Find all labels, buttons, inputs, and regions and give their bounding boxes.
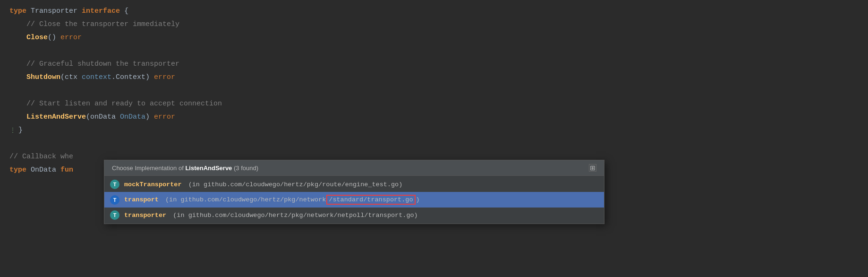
code-line-1: type Transporter interface { [0, 5, 868, 18]
popup-title: Choose Implementation of ListenAndServe … [112, 164, 258, 172]
code-line-7 [0, 84, 868, 97]
comment-shutdown: // Graceful shutdown the transporter [9, 58, 179, 71]
item-path-transport-suffix: ) [416, 196, 420, 203]
list-item[interactable]: T mockTransporter (in github.com/cloudwe… [104, 177, 604, 192]
code-line-2: // Close the transporter immediately [0, 18, 868, 31]
type-context: context [82, 71, 111, 84]
code-line-11 [0, 137, 868, 150]
item-name-transport: transport [124, 196, 159, 203]
item-icon-mock: T [110, 180, 119, 189]
list-item[interactable]: T transporter (in github.com/cloudwego/h… [104, 208, 604, 223]
implementation-popup[interactable]: Choose Implementation of ListenAndServe … [104, 160, 604, 224]
code-line-9: ListenAndServe (onData OnData ) error [0, 111, 868, 124]
return-error-1: error [60, 31, 82, 44]
comment-close: // Close the transporter immediately [9, 18, 179, 31]
item-name-mock: mockTransporter [124, 181, 182, 188]
keyword-interface: interface [82, 5, 120, 18]
popup-title-function: ListenAndServe [185, 164, 232, 172]
type-ondata: OnData [120, 111, 145, 124]
list-item[interactable]: T transport (in github.com/cloudwego/her… [104, 192, 604, 208]
popup-expand-button[interactable]: ⊞ [589, 164, 596, 172]
keyword-fun: fun [60, 164, 73, 177]
keyword-type-2: type [9, 164, 26, 177]
item-icon-transport: T [110, 195, 119, 205]
code-line-10: ⋮ } [0, 124, 868, 137]
item-path-transport-highlight: /standard/transport.go [326, 195, 415, 205]
comment-listen: // Start listen and ready to accept conn… [9, 97, 222, 111]
code-line-6: Shutdown (ctx context .Context) error [0, 71, 868, 84]
func-close: Close [26, 31, 48, 44]
identifier-transporter: Transporter [31, 5, 82, 18]
code-editor: type Transporter interface { // Close th… [0, 0, 868, 277]
item-path-transporter: (in github.com/cloudwego/hertz/pkg/netwo… [169, 212, 418, 219]
func-listenandserve: ListenAndServe [26, 111, 86, 124]
comment-callback: // Callback whe [9, 150, 73, 164]
code-line-3: Close () error [0, 31, 868, 44]
code-line-4 [0, 44, 868, 58]
code-line-8: // Start listen and ready to accept conn… [0, 97, 868, 111]
item-name-transporter: transporter [124, 212, 166, 219]
item-path-transport-prefix: (in github.com/cloudwego/hertz/pkg/netwo… [162, 196, 326, 203]
func-shutdown: Shutdown [26, 71, 60, 84]
popup-header: Choose Implementation of ListenAndServe … [104, 160, 604, 176]
popup-items-list: T mockTransporter (in github.com/cloudwe… [104, 176, 604, 224]
item-path-mock: (in github.com/cloudwego/hertz/pkg/route… [185, 181, 403, 188]
return-error-3: error [154, 111, 175, 124]
popup-title-prefix: Choose Implementation of [112, 164, 185, 172]
code-line-5: // Graceful shutdown the transporter [0, 58, 868, 71]
return-error-2: error [154, 71, 175, 84]
keyword-type: type [9, 5, 26, 18]
gutter-icon: ⋮ [9, 124, 16, 137]
popup-title-suffix: (3 found) [232, 164, 258, 172]
item-icon-transporter: T [110, 210, 119, 220]
